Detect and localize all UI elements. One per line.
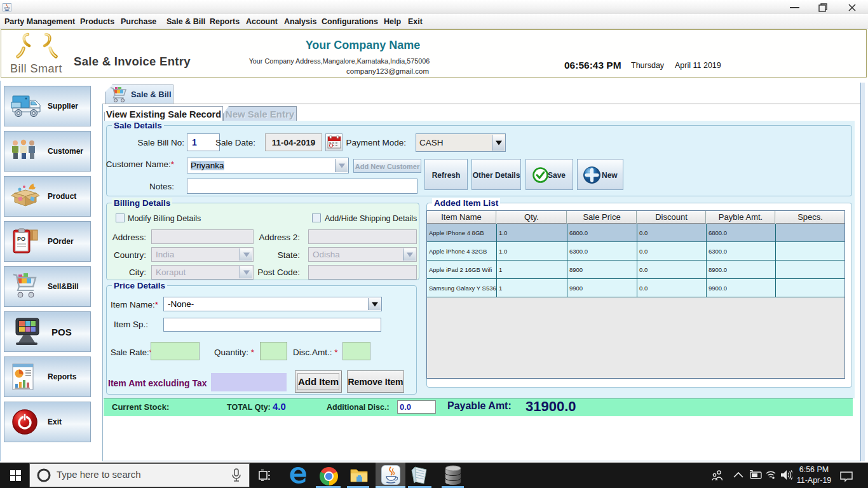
svg-text:PO: PO [17, 236, 25, 242]
